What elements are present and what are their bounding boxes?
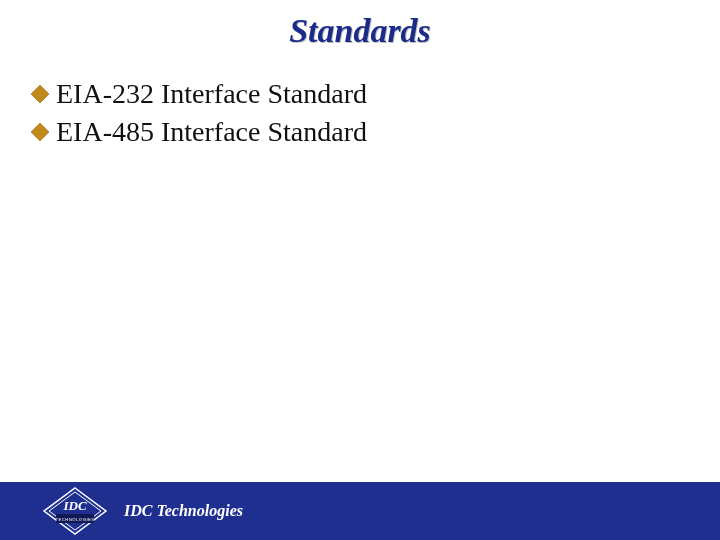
list-item: EIA-232 Interface Standard bbox=[30, 78, 690, 110]
logo-text-bottom: TECHNOLOGIES bbox=[55, 517, 94, 522]
slide: Standards EIA-232 Interface Standard EIA… bbox=[0, 0, 720, 540]
bullet-text: EIA-485 Interface Standard bbox=[56, 116, 367, 148]
svg-marker-1 bbox=[31, 123, 49, 141]
diamond-bullet-icon bbox=[30, 84, 50, 104]
svg-marker-0 bbox=[31, 85, 49, 103]
bullet-text: EIA-232 Interface Standard bbox=[56, 78, 367, 110]
footer-bar: IDC TECHNOLOGIES IDC Technologies bbox=[0, 482, 720, 540]
footer-company-name: IDC Technologies bbox=[124, 502, 243, 520]
slide-title: Standards bbox=[0, 0, 720, 50]
logo-text-top: IDC bbox=[62, 498, 86, 513]
list-item: EIA-485 Interface Standard bbox=[30, 116, 690, 148]
slide-content: EIA-232 Interface Standard EIA-485 Inter… bbox=[0, 50, 720, 148]
diamond-bullet-icon bbox=[30, 122, 50, 142]
company-logo-icon: IDC TECHNOLOGIES bbox=[42, 486, 108, 536]
